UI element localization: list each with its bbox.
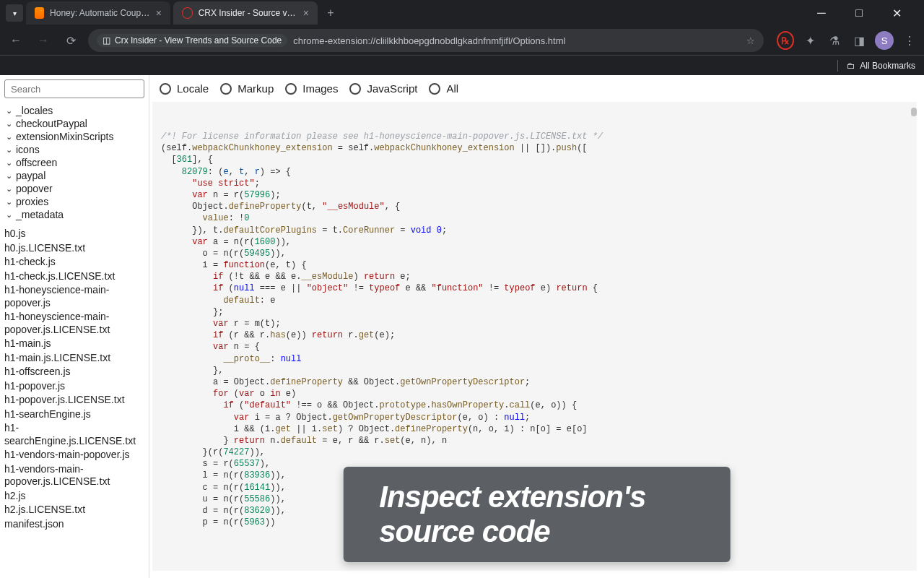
chevron-down-icon: ⌄ bbox=[4, 171, 13, 181]
chevron-down-icon: ⌄ bbox=[4, 132, 13, 142]
divider bbox=[837, 60, 838, 72]
filter-label: Locale bbox=[177, 82, 209, 95]
file-item[interactable]: h1-check.js.LICENSE.txt bbox=[3, 269, 146, 284]
toolbar-right: ℞ ✦ ⚗ ◨ S ⋮ bbox=[771, 31, 918, 50]
filter-label: Markup bbox=[237, 82, 274, 95]
folder-item[interactable]: ⌄extensionMixinScripts bbox=[0, 130, 149, 143]
new-tab-button[interactable]: + bbox=[321, 3, 341, 23]
file-item[interactable]: h1-vendors-main-popover.js bbox=[3, 448, 146, 462]
file-item[interactable]: h1-offscreen.js bbox=[3, 365, 146, 379]
browser-chrome: ▾ Honey: Automatic Coupons & ... × CRX I… bbox=[0, 0, 924, 75]
file-list: h0.jsh0.js.LICENSE.txth1-check.jsh1-chec… bbox=[0, 225, 149, 532]
folder-item[interactable]: ⌄_locales bbox=[0, 104, 149, 117]
file-item[interactable]: h1-popover.js.LICENSE.txt bbox=[3, 393, 146, 407]
chevron-down-icon: ⌄ bbox=[4, 119, 13, 129]
site-info-chip[interactable]: ◫ Crx Insider - View Trends and Source C… bbox=[97, 34, 287, 47]
search-box bbox=[4, 79, 144, 98]
folder-label: offscreen bbox=[16, 157, 57, 168]
close-icon[interactable]: × bbox=[156, 7, 162, 19]
extensions-puzzle-icon[interactable]: ✦ bbox=[801, 32, 819, 49]
folder-label: icons bbox=[16, 144, 40, 155]
filter-radio-locale[interactable]: Locale bbox=[160, 82, 209, 95]
folder-label: _locales bbox=[16, 105, 53, 116]
folder-label: paypal bbox=[16, 170, 45, 181]
chevron-down-icon: ⌄ bbox=[4, 145, 13, 155]
chevron-down-icon: ⌄ bbox=[4, 197, 13, 207]
address-bar[interactable]: ◫ Crx Insider - View Trends and Source C… bbox=[88, 29, 764, 52]
tab-title: CRX Insider - Source viewer bbox=[199, 8, 297, 18]
reload-button[interactable]: ⟳ bbox=[61, 30, 81, 51]
folder-label: extensionMixinScripts bbox=[16, 131, 113, 142]
file-item[interactable]: h2.js.LICENSE.txt bbox=[3, 503, 146, 517]
folder-item[interactable]: ⌄icons bbox=[0, 143, 149, 156]
caption-banner: Inspect extension's source code bbox=[343, 467, 731, 562]
folder-item[interactable]: ⌄offscreen bbox=[0, 156, 149, 169]
filter-radio-all[interactable]: All bbox=[429, 82, 458, 95]
profile-avatar[interactable]: S bbox=[875, 31, 894, 50]
side-panel-icon[interactable]: ◨ bbox=[850, 32, 868, 49]
crx-favicon-icon bbox=[182, 7, 193, 19]
filter-label: JavaScript bbox=[367, 82, 417, 95]
tab-search-dropdown[interactable]: ▾ bbox=[6, 4, 23, 22]
file-item[interactable]: h1-check.js bbox=[3, 255, 146, 269]
file-item[interactable]: h1-popover.js bbox=[3, 379, 146, 394]
file-item[interactable]: h1-honeyscience-main-popover.js.LICENSE.… bbox=[3, 310, 146, 337]
chevron-down-icon: ⌄ bbox=[4, 106, 13, 116]
banner-text: Inspect extension's source code bbox=[379, 480, 645, 548]
folder-list: ⌄_locales⌄checkoutPaypal⌄extensionMixinS… bbox=[0, 103, 149, 225]
forward-button[interactable]: → bbox=[33, 30, 53, 51]
folder-label: popover bbox=[16, 183, 53, 194]
main-panel: LocaleMarkupImagesJavaScriptAll /*! For … bbox=[149, 75, 924, 578]
file-item[interactable]: h2.js bbox=[3, 489, 146, 504]
file-item[interactable]: h1-main.js bbox=[3, 337, 146, 351]
bookmark-star-icon[interactable]: ☆ bbox=[746, 35, 755, 46]
sidebar: ⌄_locales⌄checkoutPaypal⌄extensionMixinS… bbox=[0, 75, 149, 578]
scrollbar-thumb[interactable] bbox=[911, 108, 917, 116]
close-window-button[interactable]: ✕ bbox=[884, 3, 910, 23]
folder-item[interactable]: ⌄proxies bbox=[0, 195, 149, 208]
chevron-down-icon: ⌄ bbox=[4, 210, 13, 220]
file-item[interactable]: h1-vendors-main-popover.js.LICENSE.txt bbox=[3, 462, 146, 489]
file-item[interactable]: h1-searchEngine.js bbox=[3, 407, 146, 422]
filter-bar: LocaleMarkupImagesJavaScriptAll bbox=[149, 75, 924, 102]
all-bookmarks-button[interactable]: 🗀 All Bookmarks bbox=[847, 61, 915, 71]
honey-favicon-icon bbox=[35, 7, 44, 19]
url-text: chrome-extension://cliilkkhboepgdnobdlgk… bbox=[293, 35, 741, 46]
back-button[interactable]: ← bbox=[6, 30, 26, 51]
file-item[interactable]: h0.js bbox=[3, 227, 146, 241]
kebab-menu-icon[interactable]: ⋮ bbox=[901, 32, 918, 49]
maximize-button[interactable]: □ bbox=[846, 3, 872, 23]
folder-label: _metadata bbox=[16, 209, 64, 220]
filter-label: Images bbox=[302, 82, 338, 95]
window-controls: ─ □ ✕ bbox=[808, 3, 918, 23]
extension-icon: ◫ bbox=[103, 35, 110, 46]
folder-icon: 🗀 bbox=[847, 61, 855, 71]
toolbar: ← → ⟳ ◫ Crx Insider - View Trends and So… bbox=[0, 26, 924, 55]
avatar-initial: S bbox=[881, 35, 888, 46]
search-input[interactable] bbox=[4, 79, 144, 98]
site-chip-label: Crx Insider - View Trends and Source Cod… bbox=[115, 35, 282, 46]
file-item[interactable]: h1-main.js.LICENSE.txt bbox=[3, 351, 146, 366]
source-viewer-app: ⌄_locales⌄checkoutPaypal⌄extensionMixinS… bbox=[0, 75, 924, 578]
radio-icon bbox=[349, 83, 361, 95]
file-item[interactable]: h1-honeyscience-main-popover.js bbox=[3, 283, 146, 310]
file-item[interactable]: h0.js.LICENSE.txt bbox=[3, 241, 146, 256]
file-item[interactable]: h1-searchEngine.js.LICENSE.txt bbox=[3, 421, 146, 448]
folder-item[interactable]: ⌄popover bbox=[0, 182, 149, 195]
file-item[interactable]: manifest.json bbox=[3, 517, 146, 532]
folder-label: proxies bbox=[16, 196, 48, 207]
folder-item[interactable]: ⌄checkoutPaypal bbox=[0, 117, 149, 130]
crx-insider-extension-icon[interactable]: ℞ bbox=[777, 32, 794, 49]
folder-item[interactable]: ⌄_metadata bbox=[0, 208, 149, 221]
all-bookmarks-label: All Bookmarks bbox=[860, 61, 915, 71]
radio-icon bbox=[429, 83, 440, 95]
minimize-button[interactable]: ─ bbox=[808, 3, 834, 23]
filter-radio-images[interactable]: Images bbox=[285, 82, 338, 95]
filter-radio-javascript[interactable]: JavaScript bbox=[349, 82, 417, 95]
close-icon[interactable]: × bbox=[303, 7, 309, 19]
tab-crx-insider[interactable]: CRX Insider - Source viewer × bbox=[173, 1, 318, 25]
tab-honey[interactable]: Honey: Automatic Coupons & ... × bbox=[26, 1, 170, 25]
folder-item[interactable]: ⌄paypal bbox=[0, 169, 149, 182]
filter-radio-markup[interactable]: Markup bbox=[220, 82, 274, 95]
labs-flask-icon[interactable]: ⚗ bbox=[826, 32, 843, 49]
